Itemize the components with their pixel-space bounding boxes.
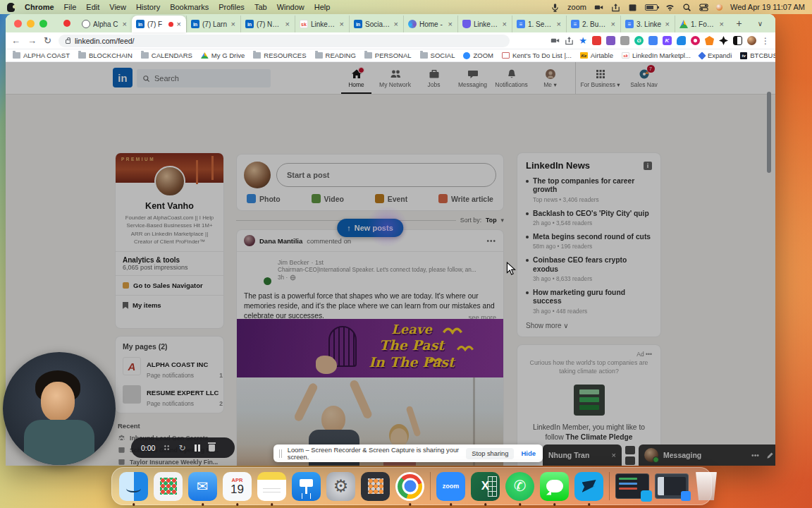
nav-item[interactable]: Jobs bbox=[414, 62, 453, 94]
wifi-icon[interactable] bbox=[665, 3, 675, 12]
new-tab-button[interactable]: + bbox=[729, 18, 749, 29]
bookmark-item[interactable]: CALENDARS bbox=[141, 52, 192, 59]
extension-icon[interactable] bbox=[648, 36, 658, 45]
tab-close-button[interactable]: × bbox=[393, 20, 399, 28]
dock-app-icon[interactable] bbox=[609, 472, 610, 500]
back-button[interactable]: ← bbox=[11, 36, 20, 45]
menu-item[interactable]: History bbox=[136, 3, 160, 11]
extension-icon[interactable] bbox=[733, 36, 742, 45]
news-item-title[interactable]: How marketing guru found success bbox=[533, 289, 652, 306]
browser-tab[interactable]: (7) Nata × bbox=[240, 16, 295, 32]
dock-app-icon[interactable] bbox=[574, 472, 603, 501]
post-menu-button[interactable]: ••• bbox=[486, 237, 496, 245]
extension-icon[interactable] bbox=[592, 36, 601, 45]
composer-action-button[interactable]: Photo bbox=[247, 194, 281, 203]
menu-item[interactable]: Help bbox=[314, 3, 331, 11]
tab-close-button[interactable]: × bbox=[176, 20, 182, 28]
tab-close-button[interactable]: × bbox=[610, 20, 616, 28]
sort-value[interactable]: Top bbox=[486, 217, 496, 224]
zoom-window-button[interactable] bbox=[39, 20, 47, 28]
extension-icon[interactable]: G bbox=[634, 36, 644, 45]
tab-close-button[interactable]: × bbox=[339, 20, 345, 28]
browser-tab[interactable]: Home - × bbox=[403, 16, 457, 32]
sales-navigator-link[interactable]: Go to Sales Navigator bbox=[116, 275, 223, 295]
browser-tab[interactable]: LinkedIn × bbox=[457, 16, 512, 32]
tab-close-button[interactable]: × bbox=[502, 20, 508, 28]
news-item-title[interactable]: The top companies for career growth bbox=[533, 177, 652, 195]
browser-tab[interactable]: Alpha C × bbox=[78, 16, 132, 32]
menu-clock[interactable]: Wed Apr 19 11:07 AM bbox=[730, 3, 805, 11]
nav-item[interactable]: Home bbox=[337, 62, 376, 94]
extension-icon[interactable] bbox=[705, 36, 714, 45]
camera-tab-icon[interactable] bbox=[550, 36, 560, 45]
news-item[interactable]: The top companies for career growth Top … bbox=[526, 177, 652, 203]
dock-app-icon[interactable] bbox=[292, 472, 321, 501]
recent-item[interactable]: Taylor Insurance Weekly Fin... bbox=[118, 458, 221, 466]
dock-app-icon[interactable] bbox=[615, 473, 649, 499]
page-row[interactable]: RESUME EXPERT LLC Page notifications 2 bbox=[123, 385, 216, 407]
bookmark-item[interactable]: Ke Airtable bbox=[580, 52, 613, 59]
extension-icon[interactable]: K bbox=[663, 36, 672, 45]
bookmark-item[interactable]: PERSONAL bbox=[364, 52, 412, 59]
bookmark-item[interactable]: tv BTCBUSD 43071.... bbox=[740, 52, 775, 59]
share-page-icon[interactable] bbox=[565, 36, 574, 45]
dock-app-icon[interactable] bbox=[505, 472, 534, 501]
tab-close-button[interactable]: × bbox=[122, 20, 128, 28]
page-notifications-label[interactable]: Page notifications bbox=[147, 372, 194, 379]
search-input[interactable]: Search bbox=[137, 69, 271, 87]
forward-button[interactable]: → bbox=[27, 36, 37, 45]
menu-app-name[interactable]: Chrome bbox=[25, 3, 54, 11]
climate-pledge-name[interactable]: The Climate Pledge bbox=[566, 433, 633, 441]
nav-item[interactable]: Messaging bbox=[453, 62, 492, 94]
tab-search-button[interactable]: ∨ bbox=[749, 20, 771, 28]
bookmark-item[interactable]: READING bbox=[315, 52, 356, 59]
dock-app-icon[interactable] bbox=[655, 473, 689, 499]
news-item[interactable]: Coinbase CEO fears crypto exodus 3h ago … bbox=[526, 256, 652, 282]
minimize-window-button[interactable] bbox=[27, 20, 35, 28]
chat-mini-icons[interactable] bbox=[625, 445, 636, 466]
drag-handle-icon[interactable] bbox=[279, 449, 282, 458]
mic-icon[interactable] bbox=[550, 3, 560, 12]
tab-close-button[interactable]: × bbox=[556, 20, 562, 28]
browser-tab[interactable]: 1. Settin × bbox=[512, 16, 566, 32]
page-scrollbar[interactable] bbox=[767, 92, 771, 173]
menu-item[interactable]: Bookmarks bbox=[170, 3, 209, 11]
sort-caret-icon[interactable]: ▾ bbox=[501, 217, 504, 224]
ad-label[interactable]: Ad ••• bbox=[526, 351, 652, 358]
dock-app-icon[interactable] bbox=[361, 472, 390, 501]
dock-app-icon[interactable]: zoom bbox=[436, 472, 465, 501]
bookmark-item[interactable]: Kent's To Do List |... bbox=[502, 52, 572, 59]
dock-app-icon[interactable]: APR 19 bbox=[223, 472, 252, 501]
nav-item[interactable]: Notifications bbox=[492, 62, 531, 94]
address-bar[interactable]: linkedin.com/feed/ bbox=[59, 35, 510, 47]
composer-action-button[interactable]: Video bbox=[312, 194, 344, 203]
composer-action-button[interactable]: Write article bbox=[438, 194, 493, 203]
browser-tab[interactable]: 1. Founc × bbox=[675, 16, 729, 32]
apple-menu-icon[interactable] bbox=[7, 3, 15, 12]
my-items-link[interactable]: My items bbox=[116, 295, 223, 315]
linkedin-logo[interactable]: in bbox=[113, 68, 133, 87]
reload-button[interactable]: ↻ bbox=[44, 36, 51, 45]
news-item[interactable]: How marketing guru found success 3h ago … bbox=[526, 289, 652, 315]
browser-tab[interactable]: Social S × bbox=[349, 16, 403, 32]
page-notifications-label[interactable]: Page notifications bbox=[147, 400, 194, 407]
tab-close-button[interactable]: × bbox=[665, 20, 670, 28]
author-avatar[interactable] bbox=[244, 258, 272, 286]
news-item[interactable]: Meta begins second round of cuts 58m ago… bbox=[526, 233, 652, 250]
news-item-title[interactable]: Coinbase CEO fears crypto exodus bbox=[533, 256, 652, 274]
battery-icon[interactable] bbox=[645, 4, 658, 11]
extension-icon[interactable] bbox=[677, 36, 686, 45]
delete-recording-icon[interactable] bbox=[209, 445, 215, 452]
bookmark-item[interactable]: SOCIAL bbox=[420, 52, 455, 59]
dock-app-icon[interactable] bbox=[326, 472, 355, 501]
stop-sharing-button[interactable]: Stop sharing bbox=[466, 448, 514, 459]
tab-close-button[interactable]: × bbox=[448, 20, 453, 28]
bookmark-item[interactable]: ALPHA COAST bbox=[13, 52, 70, 59]
page-name[interactable]: ALPHA COAST INC bbox=[147, 361, 208, 368]
dock-app-icon[interactable] bbox=[154, 472, 183, 501]
dock-app-icon[interactable] bbox=[257, 472, 286, 501]
bookmark-item[interactable]: My G Drive bbox=[201, 52, 245, 59]
control-center-icon[interactable] bbox=[699, 3, 708, 12]
post-image[interactable]: Leave The Past In The Past bbox=[237, 319, 503, 466]
nav-item[interactable]: Me ▾ bbox=[531, 62, 570, 94]
